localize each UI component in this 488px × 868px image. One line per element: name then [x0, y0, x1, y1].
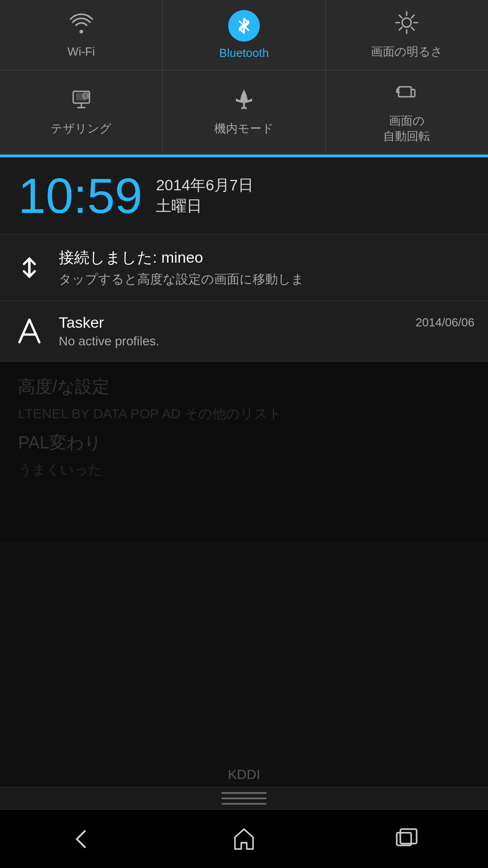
notification-tasker-subtitle: No active profiles.: [59, 334, 402, 349]
bg-line3: PAL変わり: [18, 431, 470, 454]
notification-tasker[interactable]: Tasker No active profiles. 2014/06/06: [0, 301, 488, 362]
svg-rect-12: [399, 87, 411, 97]
quick-tethering[interactable]: テザリング: [0, 71, 163, 154]
quick-rotation[interactable]: 画面の自動回転: [326, 71, 488, 154]
notification-tasker-title: Tasker: [59, 314, 402, 331]
bluetooth-icon-circle: [228, 10, 260, 42]
clock-date-line2: 土曜日: [156, 196, 253, 217]
carrier-bar: KDDI: [0, 762, 488, 787]
network-icon: [14, 252, 45, 283]
rotation-label: 画面の自動回転: [383, 114, 430, 143]
airplane-label: 機内モード: [214, 121, 274, 137]
clock-date: 2014年6月7日 土曜日: [156, 175, 253, 217]
wifi-label: Wi-Fi: [67, 45, 95, 59]
carrier-text: KDDI: [228, 767, 260, 782]
notification-network-content: 接続しました: mineo タップすると高度な設定の画面に移動しま: [59, 247, 474, 288]
recents-button[interactable]: [380, 821, 434, 857]
tethering-icon: [70, 88, 93, 116]
notification-network-subtitle: タップすると高度な設定の画面に移動しま: [59, 271, 474, 288]
notification-network[interactable]: 接続しました: mineo タップすると高度な設定の画面に移動しま: [0, 235, 488, 301]
notification-tasker-date: 2014/06/06: [416, 314, 474, 330]
rotation-icon: [395, 80, 418, 109]
tethering-label: テザリング: [51, 121, 112, 137]
background-content: 高度/な設定 LTENEL BY DATA POP AD その他のリスト PAL…: [0, 362, 488, 542]
wifi-icon: [70, 12, 93, 40]
quick-settings-row1: Wi-Fi Bluetooth: [0, 0, 488, 71]
bg-line4: うまくいった: [18, 461, 470, 479]
svg-line-8: [399, 27, 402, 30]
svg-line-7: [412, 15, 414, 18]
bg-line1: 高度/な設定: [18, 375, 470, 398]
airplane-icon: [232, 88, 256, 116]
clock-time: 10:59: [18, 171, 142, 221]
quick-airplane[interactable]: 機内モード: [163, 71, 325, 154]
quick-bluetooth[interactable]: Bluetooth: [163, 0, 325, 70]
svg-point-0: [402, 18, 411, 27]
brightness-icon: [395, 11, 418, 39]
quick-wifi[interactable]: Wi-Fi: [0, 0, 163, 70]
clock-date-line1: 2014年6月7日: [156, 175, 253, 196]
bg-line2: LTENEL BY DATA POP AD その他のリスト: [18, 405, 470, 423]
back-button[interactable]: [54, 821, 108, 857]
clock-section: 10:59 2014年6月7日 土曜日: [0, 157, 488, 235]
svg-line-6: [412, 27, 414, 30]
bluetooth-label: Bluetooth: [219, 46, 269, 60]
handle-line2: [221, 797, 267, 799]
svg-line-5: [399, 15, 402, 18]
notification-network-title: 接続しました: mineo: [59, 247, 474, 268]
handle-line3: [221, 803, 267, 805]
home-button[interactable]: [217, 821, 271, 857]
notification-tasker-content: Tasker No active profiles.: [59, 314, 402, 349]
handle-bar[interactable]: [0, 787, 488, 809]
brightness-label: 画面の明るさ: [371, 44, 443, 60]
svg-rect-14: [400, 829, 417, 844]
quick-settings-row2: テザリング 機内モード 画面の自動回転: [0, 71, 488, 155]
quick-settings: Wi-Fi Bluetooth: [0, 0, 488, 155]
navigation-bar: [0, 809, 488, 868]
tasker-icon: [14, 315, 45, 347]
quick-brightness[interactable]: 画面の明るさ: [326, 0, 488, 70]
handle-line1: [221, 792, 267, 794]
